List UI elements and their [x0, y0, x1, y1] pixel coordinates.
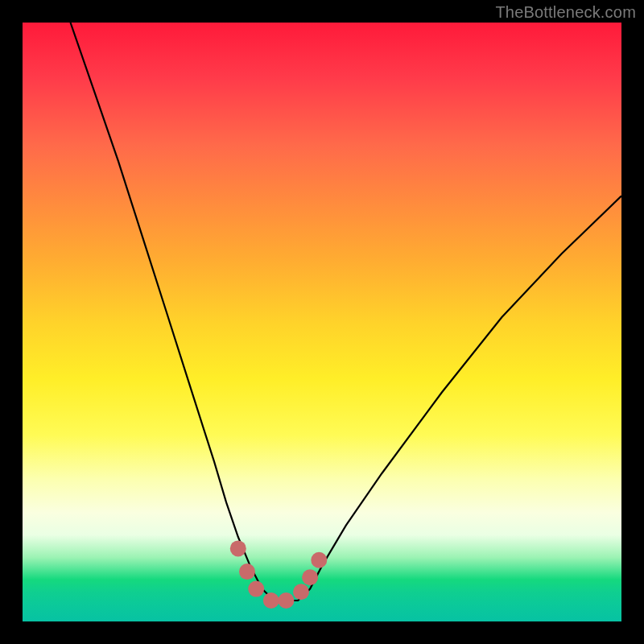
optimal-marker: [302, 569, 318, 585]
optimal-marker: [230, 540, 246, 556]
optimal-marker: [248, 581, 264, 597]
optimal-marker: [239, 564, 255, 580]
optimal-marker: [311, 552, 327, 568]
optimal-marker: [263, 592, 279, 609]
bottleneck-curve: [71, 23, 622, 601]
optimal-marker: [278, 592, 294, 609]
watermark-text: TheBottleneck.com: [495, 3, 636, 22]
outer-frame: TheBottleneck.com: [0, 0, 644, 644]
chart-svg: [23, 23, 621, 621]
plot-area: [23, 23, 621, 621]
optimal-markers: [230, 540, 328, 609]
optimal-marker: [293, 584, 309, 600]
